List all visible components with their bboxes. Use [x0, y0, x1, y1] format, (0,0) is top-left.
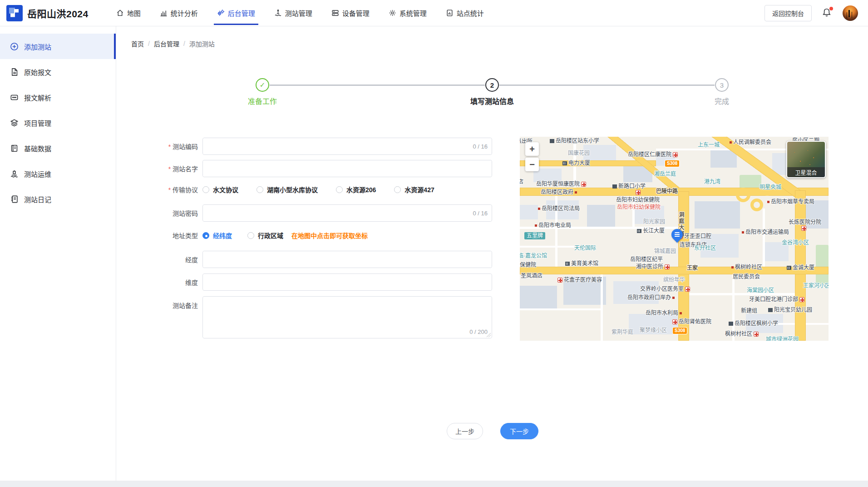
map-zoom-in-button[interactable]: + [525, 142, 539, 156]
latitude-input[interactable] [203, 274, 492, 290]
stepper-line [270, 84, 485, 86]
nav-item-backend-admin[interactable]: 后台管理 [207, 0, 265, 26]
map-label [636, 190, 641, 195]
app-logo: 岳阳山洪2024 [6, 5, 89, 21]
field-label: 测站名字 [116, 164, 202, 173]
map-layer-toggle[interactable]: 卫星混合 [786, 141, 826, 178]
sidebar-item-station-ops[interactable]: 测站运维 [0, 161, 116, 186]
dot-map-icon [742, 231, 744, 234]
map-label: 岳阳楼区司法局 [538, 206, 580, 211]
map-label-text: 锦城嘉园 [654, 248, 676, 254]
field-label: 地址类型 [116, 231, 202, 240]
map-street [601, 274, 603, 341]
map-label: 国康花园 [568, 150, 590, 156]
map-label-text: 岳阳楼区仁康医院 [628, 152, 671, 157]
sidebar-item-project-mgmt[interactable]: 项目管理 [0, 110, 116, 135]
station-note-textarea[interactable] [203, 297, 492, 338]
sidebar-item-label: 基础数据 [24, 144, 51, 153]
map-building-block [520, 286, 557, 309]
map-label-text: 临·嘉龙公馆 [520, 253, 547, 258]
map-label: 人民调解委员会 [730, 139, 771, 145]
sidebar-item-station-diary[interactable]: 测站日记 [0, 186, 116, 212]
breadcrumb-home[interactable]: 首页 [131, 39, 144, 48]
form-row-password: 测站密码 0 / 16 [116, 204, 492, 222]
map-label-text: 幼保健院 [520, 262, 536, 268]
map-label: 美育美术馆 [565, 261, 598, 266]
ops-icon [10, 169, 19, 178]
nav-item-map[interactable]: 地图 [107, 0, 150, 26]
prev-step-button[interactable]: 上一步 [447, 423, 483, 439]
nav-item-station-mgmt[interactable]: 测站管理 [265, 0, 322, 26]
radio-protocol-water206[interactable]: 水资源206 [336, 185, 376, 194]
breadcrumb-backend[interactable]: 后台管理 [154, 39, 179, 48]
map-zoom-out-button[interactable]: − [525, 158, 539, 171]
map-label-text: 岳阳市妇幼保健院 [616, 197, 660, 203]
step-marker: 3 [720, 81, 724, 89]
map-label-text: 新建组 [741, 308, 757, 313]
map-label: 岳阳市电业局 [535, 223, 571, 228]
map-label: 岳阳楼区政府 [541, 189, 577, 195]
radio-protocol-hunan-reservoir[interactable]: 湖南小型水库协议 [256, 185, 318, 194]
radio-label: 经纬度 [213, 231, 232, 240]
radio-protocol-hydrology[interactable]: 水文协议 [202, 185, 238, 194]
nav-label: 站点统计 [457, 8, 484, 18]
next-step-button[interactable]: 下一步 [500, 423, 538, 439]
map-building-block [520, 205, 538, 219]
map-label-text: 五里牌 [527, 233, 543, 239]
nav-label: 系统管理 [399, 8, 427, 18]
sidebar-item-message-parsing[interactable]: 报文解析 [0, 84, 116, 110]
nav-label: 后台管理 [228, 8, 255, 18]
map-label-text: 岳阳楼区司法局 [542, 206, 580, 211]
map-label: 岳阳市妇幼保健院 [617, 204, 661, 210]
map-label: 湘中医诊所 [636, 264, 670, 269]
dot-map-icon [730, 141, 732, 144]
longitude-input[interactable] [203, 251, 492, 268]
map-label-text: 阳光家园 [643, 219, 665, 224]
nav-item-system-mgmt[interactable]: 系统管理 [379, 0, 436, 26]
radio-addr-region[interactable]: 行政区域 [247, 231, 283, 240]
sidebar-item-basic-data[interactable]: 基础数据 [0, 135, 116, 161]
user-avatar[interactable] [843, 5, 858, 21]
sidebar-item-add-station[interactable]: 添加测站 [0, 34, 116, 59]
nav-item-device-mgmt[interactable]: 设备管理 [322, 0, 379, 26]
map-label-text: 牙美口腔北港门诊部 [749, 297, 798, 302]
breadcrumb: 首页 / 后台管理 / 添加测站 [116, 26, 868, 48]
map-label-text: 王家 [687, 265, 698, 271]
school-map-icon [550, 139, 554, 143]
radio-protocol-water427[interactable]: 水资源427 [394, 185, 434, 194]
radio-icon [247, 232, 254, 239]
map-layer-toggle-label: 卫星混合 [787, 167, 825, 177]
map-label-text: 岳阳市水利局 [646, 310, 678, 316]
map-label-text: 湘岳兰庭 [654, 171, 676, 177]
map-canvas[interactable]: + − 卫星混合 派出所岳阳楼区站东小学国康花园电力大厦岳阳楼区仁康医院上东一城… [520, 137, 829, 341]
station-code-input[interactable] [203, 138, 492, 154]
content-area: 首页 / 后台管理 / 添加测站 ✓ 2 3 准备工作 填写测站信息 完成 测站… [116, 26, 868, 481]
station-name-input[interactable] [203, 160, 492, 177]
cross-map-icon [581, 182, 586, 187]
map-label: 港九湾 [704, 179, 720, 184]
map-label-text: 岳阳楼区站东小学 [556, 138, 599, 144]
map-label-text: 岳阳楼区枫树小学 [735, 321, 778, 326]
back-to-console-button[interactable]: 返回控制台 [764, 5, 812, 21]
bar-chart-icon [160, 9, 168, 17]
sidebar-item-raw-messages[interactable]: 原始报文 [0, 59, 116, 84]
form-row-station-name: 测站名字 [116, 160, 492, 177]
app-logo-icon [6, 5, 23, 21]
map-label-text: 圣岚酒店 [521, 273, 542, 278]
form-row-note: 测站备注 0 / 200 [116, 296, 492, 338]
map-label-text: 城市绿洲花园 [766, 337, 799, 341]
dot-map-icon [731, 266, 734, 268]
map-label: 居民委员会 [733, 274, 760, 279]
notification-bell-icon[interactable] [822, 8, 833, 19]
museum-map-icon [565, 262, 570, 266]
nav-item-site-stats[interactable]: 站点统计 [436, 0, 493, 26]
nav-item-statistics[interactable]: 统计分析 [150, 0, 207, 26]
form-row-latitude: 维度 [116, 273, 492, 291]
map-label: 岳阳楼区纪平 [630, 257, 663, 262]
nav-label: 统计分析 [171, 8, 198, 18]
radio-addr-lnglat[interactable]: 经纬度 [202, 231, 232, 240]
radio-label: 湖南小型水库协议 [267, 185, 318, 194]
station-password-input[interactable] [203, 205, 492, 221]
map-label-text: 花盒子医疗美容 [564, 277, 602, 283]
radio-label: 水资源427 [404, 185, 434, 194]
